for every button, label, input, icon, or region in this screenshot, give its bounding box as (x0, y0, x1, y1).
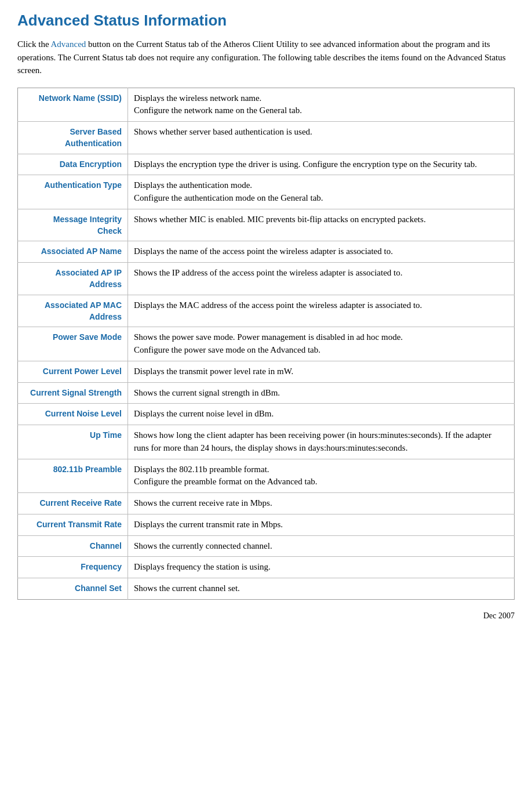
intro-link: Advanced (51, 39, 86, 49)
table-cell-label: Server BasedAuthentication (18, 122, 128, 154)
table-row: FrequencyDisplays frequency the station … (18, 557, 515, 578)
table-cell-desc: Displays the wireless network name.Confi… (128, 88, 515, 122)
table-cell-label: Message IntegrityCheck (18, 209, 128, 241)
table-cell-label: Frequency (18, 557, 128, 578)
table-cell-label: Up Time (18, 425, 128, 459)
page-title: Advanced Status Information (17, 12, 515, 30)
table-row: Authentication TypeDisplays the authenti… (18, 175, 515, 209)
footer: Dec 2007 (17, 611, 515, 621)
table-row: Up TimeShows how long the client adapter… (18, 425, 515, 459)
table-row: Current Receive RateShows the current re… (18, 493, 515, 514)
table-row: Associated AP NameDisplays the name of t… (18, 241, 515, 263)
table-cell-label: Network Name (SSID) (18, 88, 128, 122)
table-row: Message IntegrityCheckShows whether MIC … (18, 209, 515, 241)
table-cell-desc: Displays the encryption type the driver … (128, 154, 515, 175)
table-cell-label: Associated AP Name (18, 241, 128, 263)
table-cell-desc: Shows how long the client adapter has be… (128, 425, 515, 459)
table-cell-desc: Shows the power save mode. Power managem… (128, 327, 515, 361)
table-cell-label: Channel Set (18, 578, 128, 600)
table-cell-desc: Displays the name of the access point th… (128, 241, 515, 263)
table-cell-desc: Shows the current signal strength in dBm… (128, 382, 515, 404)
table-cell-label: Current Transmit Rate (18, 514, 128, 535)
table-cell-label: Current Power Level (18, 361, 128, 382)
table-cell-desc: Shows whether server based authenticatio… (128, 122, 515, 154)
table-row: ChannelShows the currently connected cha… (18, 535, 515, 557)
table-cell-label: Power Save Mode (18, 327, 128, 361)
table-cell-desc: Shows the IP address of the access point… (128, 263, 515, 295)
table-cell-desc: Displays the current transmit rate in Mb… (128, 514, 515, 535)
table-cell-desc: Displays the current noise level in dBm. (128, 404, 515, 425)
table-cell-desc: Displays the 802.11b preamble format.Con… (128, 459, 515, 493)
table-cell-desc: Displays the transmit power level rate i… (128, 361, 515, 382)
table-cell-label: Current Receive Rate (18, 493, 128, 514)
table-row: Associated AP MACAddressDisplays the MAC… (18, 295, 515, 327)
table-row: Current Noise LevelDisplays the current … (18, 404, 515, 425)
table-row: Current Power LevelDisplays the transmit… (18, 361, 515, 382)
intro-text-after: button on the Current Status tab of the … (17, 39, 506, 75)
table-cell-label: Data Encryption (18, 154, 128, 175)
table-row: Power Save ModeShows the power save mode… (18, 327, 515, 361)
table-cell-desc: Shows whether MIC is enabled. MIC preven… (128, 209, 515, 241)
table-row: Server BasedAuthenticationShows whether … (18, 122, 515, 154)
table-cell-desc: Displays the authentication mode.Configu… (128, 175, 515, 209)
table-cell-label: Associated AP IPAddress (18, 263, 128, 295)
table-cell-desc: Shows the current channel set. (128, 578, 515, 600)
status-table: Network Name (SSID)Displays the wireless… (17, 88, 515, 600)
table-cell-desc: Shows the current receive rate in Mbps. (128, 493, 515, 514)
table-row: Data EncryptionDisplays the encryption t… (18, 154, 515, 175)
table-row: Current Transmit RateDisplays the curren… (18, 514, 515, 535)
table-row: Channel SetShows the current channel set… (18, 578, 515, 600)
table-cell-label: Channel (18, 535, 128, 557)
table-row: Network Name (SSID)Displays the wireless… (18, 88, 515, 122)
table-cell-desc: Displays the MAC address of the access p… (128, 295, 515, 327)
intro-paragraph: Click the Advanced button on the Current… (17, 38, 515, 77)
table-cell-desc: Shows the currently connected channel. (128, 535, 515, 557)
table-row: Current Signal StrengthShows the current… (18, 382, 515, 404)
intro-text-before: Click the (17, 39, 51, 49)
table-cell-label: Authentication Type (18, 175, 128, 209)
table-cell-label: Associated AP MACAddress (18, 295, 128, 327)
table-cell-desc: Displays frequency the station is using. (128, 557, 515, 578)
table-row: 802.11b PreambleDisplays the 802.11b pre… (18, 459, 515, 493)
table-row: Associated AP IPAddressShows the IP addr… (18, 263, 515, 295)
table-cell-label: Current Noise Level (18, 404, 128, 425)
table-cell-label: Current Signal Strength (18, 382, 128, 404)
table-cell-label: 802.11b Preamble (18, 459, 128, 493)
